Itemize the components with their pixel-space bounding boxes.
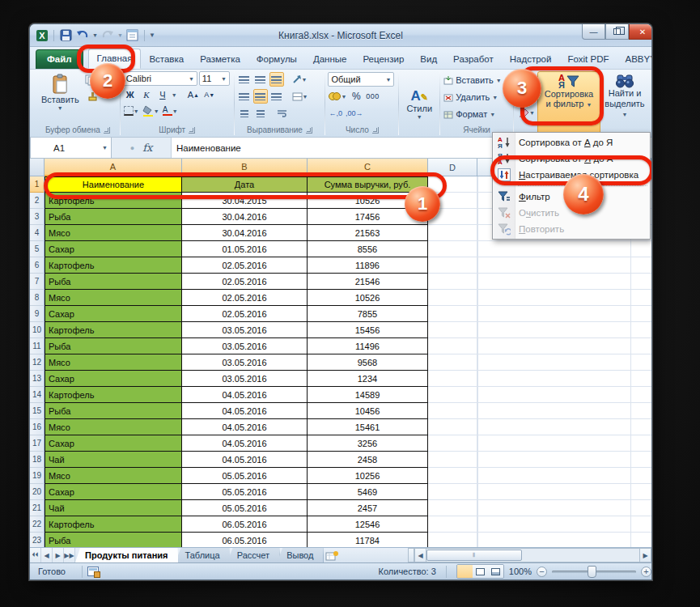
row-header-13[interactable]: 13: [30, 371, 45, 387]
cell[interactable]: [428, 516, 477, 533]
cell[interactable]: [428, 387, 477, 403]
ribbon-tab-4[interactable]: Формулы: [248, 50, 305, 69]
delete-cells-button[interactable]: Удалить▼: [443, 90, 511, 104]
cell[interactable]: [428, 452, 477, 468]
cell[interactable]: Рыба: [45, 209, 182, 225]
cell[interactable]: Сахар: [45, 484, 182, 500]
increase-indent-icon[interactable]: [253, 106, 268, 121]
row-header-23[interactable]: 23: [30, 533, 45, 547]
align-right-icon[interactable]: [269, 89, 284, 104]
cell[interactable]: 10526: [308, 290, 428, 306]
cell[interactable]: 30.04.2016: [182, 209, 308, 225]
cell[interactable]: 15456: [308, 322, 428, 338]
cell[interactable]: 11496: [308, 338, 428, 354]
increase-decimal-icon[interactable]: ←,0: [328, 106, 343, 121]
cell[interactable]: 5469: [308, 484, 428, 500]
column-header-A[interactable]: A: [45, 159, 182, 176]
borders-icon[interactable]: ▼: [123, 104, 140, 118]
scroll-right-icon[interactable]: ▶: [639, 548, 651, 562]
decrease-decimal-icon[interactable]: ,00→: [345, 106, 364, 121]
cell[interactable]: 9568: [308, 354, 428, 371]
number-format-select[interactable]: Общий▼: [328, 72, 394, 87]
grow-font-button[interactable]: А▲: [186, 87, 201, 102]
row-header-3[interactable]: 3: [30, 209, 45, 225]
column-header-B[interactable]: B: [182, 159, 308, 176]
cell[interactable]: [428, 176, 477, 193]
thousands-icon[interactable]: 000: [365, 89, 380, 104]
cell[interactable]: Мясо: [45, 419, 182, 435]
cell[interactable]: [428, 468, 477, 484]
cell[interactable]: 04.05.2016: [182, 452, 308, 468]
paste-button[interactable]: Вставить ▼: [38, 71, 83, 125]
page-layout-view-icon[interactable]: [473, 565, 488, 578]
cell[interactable]: 03.05.2016: [182, 338, 308, 354]
cell[interactable]: 2458: [308, 452, 428, 468]
cell[interactable]: 21563: [308, 225, 428, 241]
ribbon-tab-7[interactable]: Вид: [412, 50, 445, 69]
cell[interactable]: 06.05.2016: [182, 533, 308, 547]
row-header-8[interactable]: 8: [30, 290, 45, 306]
row-header-2[interactable]: 2: [30, 193, 45, 209]
cell[interactable]: Чай: [45, 452, 182, 468]
sheet-tab-3[interactable]: Вывод: [277, 548, 324, 562]
cell[interactable]: Мясо: [45, 354, 182, 371]
cell[interactable]: 05.05.2016: [182, 484, 308, 500]
align-middle-icon[interactable]: [253, 72, 268, 87]
row-header-10[interactable]: 10: [30, 322, 45, 338]
font-dialog-launcher-icon[interactable]: [189, 127, 195, 134]
ribbon-tab-0[interactable]: Файл: [36, 49, 83, 69]
orientation-icon[interactable]: ▼: [291, 72, 308, 87]
underline-button[interactable]: Ч: [155, 87, 170, 102]
normal-view-icon[interactable]: [457, 565, 473, 578]
print-preview-icon[interactable]: [125, 28, 140, 43]
page-break-view-icon[interactable]: [488, 565, 503, 578]
sheet-tab-1[interactable]: Таблица: [176, 548, 231, 562]
cell[interactable]: 02.05.2016: [182, 290, 308, 306]
cell[interactable]: [428, 225, 477, 241]
row-header-6[interactable]: 6: [30, 257, 45, 274]
cell[interactable]: Рыба: [45, 533, 182, 547]
cell[interactable]: Сахар: [45, 371, 182, 387]
find-select-button[interactable]: Найти и выделить ▼: [600, 71, 649, 137]
cell[interactable]: Картофель: [45, 516, 182, 533]
cell[interactable]: Картофель: [45, 387, 182, 403]
cell[interactable]: Сахар: [45, 241, 182, 257]
minimize-button[interactable]: —: [582, 24, 605, 40]
ribbon-tab-10[interactable]: Foxit PDF: [559, 50, 617, 69]
cell[interactable]: 3256: [308, 435, 428, 452]
cell[interactable]: Чай: [45, 500, 182, 516]
macro-record-icon[interactable]: [87, 567, 99, 576]
fx-icon[interactable]: fx: [142, 142, 152, 154]
align-left-icon[interactable]: [237, 89, 252, 104]
align-bottom-icon[interactable]: [269, 72, 284, 87]
cell[interactable]: Картофель: [45, 257, 182, 274]
row-header-15[interactable]: 15: [30, 403, 45, 419]
menu-item-0[interactable]: АЯСортировка от А до Я: [494, 134, 649, 151]
clipboard-dialog-launcher-icon[interactable]: [104, 127, 110, 134]
cell[interactable]: 05.05.2016: [182, 500, 308, 516]
row-header-21[interactable]: 21: [30, 500, 45, 516]
cell[interactable]: 30.04.2015: [182, 193, 308, 209]
align-center-icon[interactable]: [253, 89, 268, 104]
cell[interactable]: [428, 533, 477, 547]
row-header-16[interactable]: 16: [30, 419, 45, 435]
close-button[interactable]: ✕: [629, 24, 651, 40]
cell[interactable]: 8556: [308, 241, 428, 257]
next-sheet-icon[interactable]: ▶: [53, 548, 64, 562]
sheet-tab-2[interactable]: Рассчет: [227, 548, 281, 562]
cell[interactable]: 03.05.2016: [182, 322, 308, 338]
cell[interactable]: 02.05.2016: [182, 274, 308, 290]
italic-button[interactable]: К: [139, 87, 154, 102]
insert-worksheet-icon[interactable]: [320, 548, 343, 562]
cell[interactable]: [428, 500, 477, 516]
format-cells-button[interactable]: Формат▼: [443, 107, 511, 121]
cell[interactable]: [428, 354, 477, 371]
prev-sheet-icon[interactable]: ◀: [41, 548, 53, 562]
row-header-7[interactable]: 7: [30, 274, 45, 290]
cell[interactable]: [428, 274, 477, 290]
cell[interactable]: [428, 290, 477, 306]
cell[interactable]: Картофель: [45, 322, 182, 338]
row-header-4[interactable]: 4: [30, 225, 45, 241]
fill-color-icon[interactable]: ▼: [142, 104, 160, 118]
cell[interactable]: 03.05.2016: [182, 371, 308, 387]
